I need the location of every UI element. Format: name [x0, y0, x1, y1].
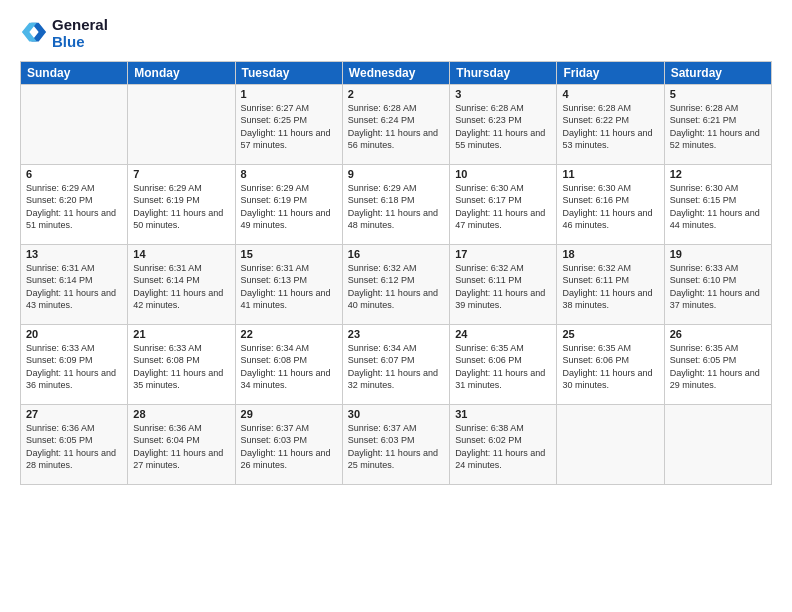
cell-2-7: 12Sunrise: 6:30 AM Sunset: 6:15 PM Dayli…: [664, 164, 771, 244]
header: General Blue: [20, 16, 772, 51]
day-number: 27: [26, 408, 122, 420]
cell-5-6: [557, 404, 664, 484]
cell-info: Sunrise: 6:35 AM Sunset: 6:06 PM Dayligh…: [455, 342, 551, 392]
cell-info: Sunrise: 6:35 AM Sunset: 6:05 PM Dayligh…: [670, 342, 766, 392]
week-row-1: 1Sunrise: 6:27 AM Sunset: 6:25 PM Daylig…: [21, 84, 772, 164]
day-number: 23: [348, 328, 444, 340]
cell-info: Sunrise: 6:33 AM Sunset: 6:10 PM Dayligh…: [670, 262, 766, 312]
cell-3-3: 15Sunrise: 6:31 AM Sunset: 6:13 PM Dayli…: [235, 244, 342, 324]
logo: General Blue: [20, 16, 108, 51]
cell-info: Sunrise: 6:28 AM Sunset: 6:23 PM Dayligh…: [455, 102, 551, 152]
cell-3-6: 18Sunrise: 6:32 AM Sunset: 6:11 PM Dayli…: [557, 244, 664, 324]
day-number: 28: [133, 408, 229, 420]
cell-5-1: 27Sunrise: 6:36 AM Sunset: 6:05 PM Dayli…: [21, 404, 128, 484]
cell-info: Sunrise: 6:32 AM Sunset: 6:11 PM Dayligh…: [562, 262, 658, 312]
week-row-5: 27Sunrise: 6:36 AM Sunset: 6:05 PM Dayli…: [21, 404, 772, 484]
cell-2-1: 6Sunrise: 6:29 AM Sunset: 6:20 PM Daylig…: [21, 164, 128, 244]
cell-info: Sunrise: 6:30 AM Sunset: 6:16 PM Dayligh…: [562, 182, 658, 232]
cell-1-5: 3Sunrise: 6:28 AM Sunset: 6:23 PM Daylig…: [450, 84, 557, 164]
day-number: 29: [241, 408, 337, 420]
col-header-monday: Monday: [128, 61, 235, 84]
cell-3-1: 13Sunrise: 6:31 AM Sunset: 6:14 PM Dayli…: [21, 244, 128, 324]
day-number: 10: [455, 168, 551, 180]
cell-4-1: 20Sunrise: 6:33 AM Sunset: 6:09 PM Dayli…: [21, 324, 128, 404]
day-number: 30: [348, 408, 444, 420]
day-number: 3: [455, 88, 551, 100]
cell-info: Sunrise: 6:37 AM Sunset: 6:03 PM Dayligh…: [241, 422, 337, 472]
cell-info: Sunrise: 6:29 AM Sunset: 6:19 PM Dayligh…: [133, 182, 229, 232]
cell-3-4: 16Sunrise: 6:32 AM Sunset: 6:12 PM Dayli…: [342, 244, 449, 324]
cell-info: Sunrise: 6:33 AM Sunset: 6:09 PM Dayligh…: [26, 342, 122, 392]
cell-2-4: 9Sunrise: 6:29 AM Sunset: 6:18 PM Daylig…: [342, 164, 449, 244]
cell-2-6: 11Sunrise: 6:30 AM Sunset: 6:16 PM Dayli…: [557, 164, 664, 244]
svg-marker-1: [22, 23, 37, 42]
cell-5-4: 30Sunrise: 6:37 AM Sunset: 6:03 PM Dayli…: [342, 404, 449, 484]
cell-info: Sunrise: 6:29 AM Sunset: 6:20 PM Dayligh…: [26, 182, 122, 232]
day-number: 17: [455, 248, 551, 260]
cell-info: Sunrise: 6:34 AM Sunset: 6:07 PM Dayligh…: [348, 342, 444, 392]
cell-info: Sunrise: 6:31 AM Sunset: 6:14 PM Dayligh…: [26, 262, 122, 312]
cell-info: Sunrise: 6:29 AM Sunset: 6:19 PM Dayligh…: [241, 182, 337, 232]
day-number: 5: [670, 88, 766, 100]
day-number: 4: [562, 88, 658, 100]
cell-2-3: 8Sunrise: 6:29 AM Sunset: 6:19 PM Daylig…: [235, 164, 342, 244]
cell-2-5: 10Sunrise: 6:30 AM Sunset: 6:17 PM Dayli…: [450, 164, 557, 244]
cell-info: Sunrise: 6:36 AM Sunset: 6:04 PM Dayligh…: [133, 422, 229, 472]
col-header-sunday: Sunday: [21, 61, 128, 84]
day-number: 12: [670, 168, 766, 180]
cell-3-5: 17Sunrise: 6:32 AM Sunset: 6:11 PM Dayli…: [450, 244, 557, 324]
day-number: 6: [26, 168, 122, 180]
cell-info: Sunrise: 6:36 AM Sunset: 6:05 PM Dayligh…: [26, 422, 122, 472]
cell-1-7: 5Sunrise: 6:28 AM Sunset: 6:21 PM Daylig…: [664, 84, 771, 164]
cell-info: Sunrise: 6:34 AM Sunset: 6:08 PM Dayligh…: [241, 342, 337, 392]
day-number: 26: [670, 328, 766, 340]
day-number: 16: [348, 248, 444, 260]
cell-2-2: 7Sunrise: 6:29 AM Sunset: 6:19 PM Daylig…: [128, 164, 235, 244]
col-header-tuesday: Tuesday: [235, 61, 342, 84]
cell-5-2: 28Sunrise: 6:36 AM Sunset: 6:04 PM Dayli…: [128, 404, 235, 484]
col-header-thursday: Thursday: [450, 61, 557, 84]
day-number: 9: [348, 168, 444, 180]
logo-icon: [20, 19, 48, 47]
day-number: 2: [348, 88, 444, 100]
logo-text: General Blue: [52, 16, 108, 51]
cell-info: Sunrise: 6:27 AM Sunset: 6:25 PM Dayligh…: [241, 102, 337, 152]
col-header-wednesday: Wednesday: [342, 61, 449, 84]
day-number: 19: [670, 248, 766, 260]
day-number: 7: [133, 168, 229, 180]
cell-4-6: 25Sunrise: 6:35 AM Sunset: 6:06 PM Dayli…: [557, 324, 664, 404]
col-header-friday: Friday: [557, 61, 664, 84]
week-row-4: 20Sunrise: 6:33 AM Sunset: 6:09 PM Dayli…: [21, 324, 772, 404]
cell-5-5: 31Sunrise: 6:38 AM Sunset: 6:02 PM Dayli…: [450, 404, 557, 484]
cell-1-2: [128, 84, 235, 164]
day-number: 11: [562, 168, 658, 180]
page: General Blue SundayMondayTuesdayWednesda…: [0, 0, 792, 612]
col-header-saturday: Saturday: [664, 61, 771, 84]
day-number: 18: [562, 248, 658, 260]
cell-4-3: 22Sunrise: 6:34 AM Sunset: 6:08 PM Dayli…: [235, 324, 342, 404]
cell-info: Sunrise: 6:28 AM Sunset: 6:22 PM Dayligh…: [562, 102, 658, 152]
cell-info: Sunrise: 6:30 AM Sunset: 6:15 PM Dayligh…: [670, 182, 766, 232]
day-number: 14: [133, 248, 229, 260]
day-number: 24: [455, 328, 551, 340]
cell-4-2: 21Sunrise: 6:33 AM Sunset: 6:08 PM Dayli…: [128, 324, 235, 404]
cell-1-4: 2Sunrise: 6:28 AM Sunset: 6:24 PM Daylig…: [342, 84, 449, 164]
cell-info: Sunrise: 6:33 AM Sunset: 6:08 PM Dayligh…: [133, 342, 229, 392]
day-number: 21: [133, 328, 229, 340]
cell-info: Sunrise: 6:35 AM Sunset: 6:06 PM Dayligh…: [562, 342, 658, 392]
day-number: 25: [562, 328, 658, 340]
cell-info: Sunrise: 6:38 AM Sunset: 6:02 PM Dayligh…: [455, 422, 551, 472]
cell-1-3: 1Sunrise: 6:27 AM Sunset: 6:25 PM Daylig…: [235, 84, 342, 164]
week-row-3: 13Sunrise: 6:31 AM Sunset: 6:14 PM Dayli…: [21, 244, 772, 324]
calendar-table: SundayMondayTuesdayWednesdayThursdayFrid…: [20, 61, 772, 485]
cell-info: Sunrise: 6:28 AM Sunset: 6:21 PM Dayligh…: [670, 102, 766, 152]
cell-info: Sunrise: 6:29 AM Sunset: 6:18 PM Dayligh…: [348, 182, 444, 232]
cell-info: Sunrise: 6:32 AM Sunset: 6:11 PM Dayligh…: [455, 262, 551, 312]
cell-5-3: 29Sunrise: 6:37 AM Sunset: 6:03 PM Dayli…: [235, 404, 342, 484]
day-number: 22: [241, 328, 337, 340]
cell-4-7: 26Sunrise: 6:35 AM Sunset: 6:05 PM Dayli…: [664, 324, 771, 404]
cell-5-7: [664, 404, 771, 484]
cell-3-2: 14Sunrise: 6:31 AM Sunset: 6:14 PM Dayli…: [128, 244, 235, 324]
cell-info: Sunrise: 6:28 AM Sunset: 6:24 PM Dayligh…: [348, 102, 444, 152]
day-number: 31: [455, 408, 551, 420]
